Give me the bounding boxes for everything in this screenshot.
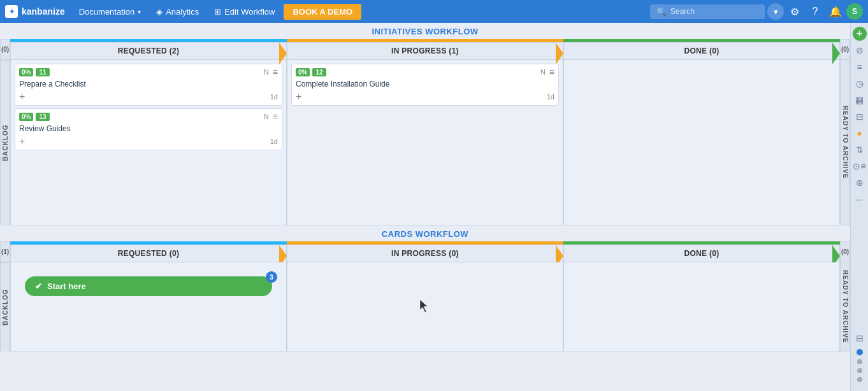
card-12-duration: 1d (547, 93, 554, 101)
cards-left-count: (1) (0, 241, 10, 262)
nav-edit-workflow[interactable]: ⊞ Edit Workflow (208, 4, 281, 19)
cards-workflow: CARDS WORKFLOW (1) REQUESTED (0) (0, 225, 850, 352)
card-13-menu-icon[interactable]: ≡ (273, 111, 278, 122)
edit-workflow-icon: ⊞ (214, 7, 221, 17)
brand[interactable]: ✦ kanbanize (5, 5, 65, 18)
sidebar-sort-icon[interactable]: ⇅ (853, 143, 867, 157)
nav-dropdown-button[interactable]: ▾ (767, 3, 784, 20)
nav-icons: ▾ ⚙ ? 🔔 S (767, 2, 863, 21)
sidebar-orange-circle[interactable]: ● (853, 126, 867, 140)
col-requested-init: REQUESTED (2) (10, 39, 287, 60)
card-12-actions: N ≡ (540, 67, 554, 77)
help-icon-button[interactable]: ? (806, 2, 825, 21)
sidebar-gray-dot-3 (857, 377, 862, 382)
card-13-n-icon: N (264, 113, 269, 120)
nav-analytics[interactable]: ◈ Analytics (150, 4, 205, 19)
card-12-percent: 0% (296, 68, 310, 76)
user-avatar[interactable]: S (846, 3, 863, 20)
nav-documentation-label: Documentation (79, 7, 134, 17)
initiatives-ready-label: READY TO ARCHIVE (840, 60, 850, 225)
col-inprogress-cards: IN PROGRESS (0) (287, 241, 563, 262)
initiatives-body-row: BACKLOG 0% 11 N (0, 60, 850, 225)
card-11-percent: 0% (19, 68, 33, 76)
col-inprogress-init: IN PROGRESS (1) (287, 39, 563, 60)
sidebar-image-icon[interactable]: ⊟ (853, 110, 867, 124)
card-12-menu-icon[interactable]: ≡ (549, 67, 554, 77)
start-here-button[interactable]: ✔ Start here 3 (25, 276, 272, 296)
sidebar-chart-icon[interactable]: ▦ (853, 93, 867, 107)
card-12-id: 12 (312, 68, 326, 76)
cards-requested-col-body: ✔ Start here 3 (10, 262, 287, 352)
notifications-icon-button[interactable]: 🔔 (826, 2, 845, 21)
initiatives-workflow-title: INITIATIVES WORKFLOW (0, 23, 850, 39)
card-12-add-button[interactable]: + (296, 91, 301, 103)
requested-arrow (279, 43, 287, 64)
cards-done-col-body (563, 262, 840, 352)
card-11-actions: N ≡ (264, 67, 278, 77)
inprogress-col-body: 0% 12 N ≡ Complete Installation Guide (287, 60, 563, 225)
users-icon-button[interactable]: ⚙ (785, 2, 804, 21)
card-13-title: Review Guides (19, 124, 278, 133)
nav-analytics-label: Analytics (166, 7, 199, 17)
sidebar-blue-dot (857, 349, 863, 355)
done-col-body (563, 60, 840, 225)
inprogress-arrow (556, 43, 563, 64)
card-11-id: 11 (36, 68, 49, 76)
col-done-init: DONE (0) (563, 39, 840, 60)
cards-done-header: DONE (0) (563, 245, 840, 262)
search-placeholder: Search (670, 7, 695, 16)
requested-header: REQUESTED (2) (10, 42, 287, 60)
sidebar-more-icon[interactable]: ··· (853, 192, 867, 206)
card-13[interactable]: 0% 13 N ≡ Review Guides + (15, 108, 282, 150)
initiatives-header-row: (0) REQUESTED (2) IN PROGRESS (1) (0, 39, 850, 60)
cards-workflow-title: CARDS WORKFLOW (0, 225, 850, 241)
board-content: INITIATIVES WORKFLOW (0) REQUESTED (2) (0, 23, 850, 391)
book-demo-button[interactable]: BOOK A DEMO (284, 4, 361, 20)
nav-edit-workflow-label: Edit Workflow (224, 7, 275, 17)
card-13-actions: N ≡ (264, 111, 278, 122)
sidebar-menu-circle-icon[interactable]: ⊙≡ (853, 159, 867, 173)
sidebar-list-icon[interactable]: ≡ (853, 60, 867, 74)
cards-backlog-label: BACKLOG (0, 262, 10, 352)
search-bar[interactable]: 🔍 Search (650, 4, 765, 19)
card-11-menu-icon[interactable]: ≡ (273, 67, 278, 77)
card-11-badges: 0% 11 (19, 68, 50, 76)
card-12-badges: 0% 12 (296, 68, 326, 76)
inprogress-header: IN PROGRESS (1) (287, 42, 563, 60)
sidebar-clock-icon[interactable]: ◷ (853, 76, 867, 90)
card-13-percent: 0% (19, 113, 33, 121)
card-11-add-button[interactable]: + (19, 91, 25, 103)
start-here-badge: 3 (266, 271, 277, 283)
card-13-badges: 0% 13 (19, 113, 50, 121)
card-12[interactable]: 0% 12 N ≡ Complete Installation Guide (291, 64, 559, 106)
done-arrow (832, 43, 840, 64)
add-board-button[interactable]: + (853, 27, 867, 41)
sidebar-gray-dot-1 (857, 359, 862, 364)
cards-inprogress-col-body (287, 262, 563, 352)
right-sidebar: + ⊘ ≡ ◷ ▦ ⊟ ● ⇅ ⊙≡ ⊕ ··· ⊟ (850, 23, 868, 391)
cards-inprogress-header: IN PROGRESS (0) (287, 245, 563, 262)
card-11-duration: 1d (270, 93, 278, 101)
card-13-add-button[interactable]: + (19, 136, 25, 147)
card-11-title: Prepare a Checklist (19, 80, 278, 89)
sidebar-gray-dot-2 (857, 368, 862, 373)
nav-documentation[interactable]: Documentation ▾ (73, 4, 147, 19)
cards-ready-label: READY TO ARCHIVE (840, 262, 850, 352)
card-12-title: Complete Installation Guide (296, 80, 554, 89)
initiatives-workflow: INITIATIVES WORKFLOW (0) REQUESTED (2) (0, 23, 850, 225)
start-here-label: Start here (47, 281, 86, 291)
card-11[interactable]: 0% 11 N ≡ Prepare a Checklist + (15, 64, 282, 106)
search-icon: 🔍 (656, 7, 667, 17)
card-11-n-icon: N (264, 68, 269, 76)
avatar-letter: S (852, 7, 857, 16)
sidebar-filter-icon[interactable]: ⊘ (853, 43, 867, 57)
init-right-count: (0) (840, 39, 850, 60)
cards-body-row: BACKLOG ✔ Start here 3 (0, 262, 850, 352)
book-demo-label: BOOK A DEMO (293, 7, 352, 17)
sidebar-add-user-icon[interactable]: ⊕ (853, 176, 867, 190)
checkmark-icon: ✔ (35, 281, 42, 291)
requested-col-body: 0% 11 N ≡ Prepare a Checklist + (10, 60, 287, 225)
init-left-count: (0) (0, 39, 10, 60)
initiatives-backlog-label: BACKLOG (0, 60, 10, 225)
sidebar-cards-icon[interactable]: ⊟ (853, 331, 867, 345)
